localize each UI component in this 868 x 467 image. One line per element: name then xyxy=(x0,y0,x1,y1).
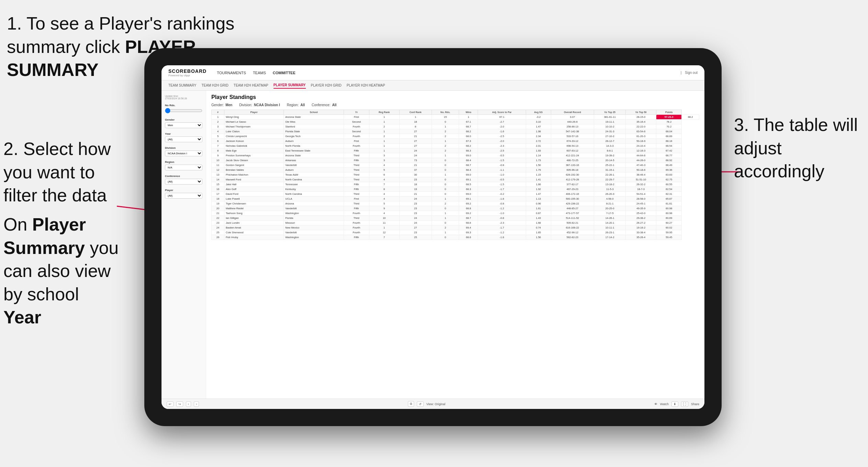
table-row: 23Jack LundinMissouriFourth1124068.6-2.3… xyxy=(212,221,699,225)
table-cell: 68.49 xyxy=(656,163,682,168)
sub-nav-team-summary[interactable]: TEAM SUMMARY xyxy=(168,82,197,88)
table-cell: 448-85-27 xyxy=(551,206,594,211)
table-cell: Jackson Koivun xyxy=(224,139,284,144)
share-label[interactable]: Share xyxy=(691,402,699,406)
tablet-screen: SCOREBOARD Powered by clippi TOURNAMENTS… xyxy=(162,65,704,409)
table-cell: -1.2 xyxy=(478,230,526,235)
undo-button[interactable]: ↩ xyxy=(167,401,174,407)
table-cell: 674-33-12 xyxy=(551,139,594,144)
no-rds-slider[interactable] xyxy=(165,108,202,113)
table-cell: Arizona xyxy=(284,201,344,206)
nav-link-tournaments[interactable]: TOURNAMENTS xyxy=(217,69,246,76)
table-cell: David Ford xyxy=(224,192,284,197)
annotation-4: On Player Summary you can also view by s… xyxy=(3,213,120,329)
table-cell: Vanderbilt xyxy=(284,163,344,168)
table-cell: 35-16-4 xyxy=(626,120,656,124)
redo-button[interactable]: ↪ xyxy=(176,401,183,407)
nav-bar: SCOREBOARD Powered by clippi TOURNAMENTS… xyxy=(162,65,704,80)
table-cell: 5 xyxy=(369,168,399,173)
table-cell: 65.87 xyxy=(656,197,682,201)
table-cell: 22-29-7 xyxy=(594,177,626,182)
table-cell: Fourth xyxy=(344,230,369,235)
table-cell: 69.1 xyxy=(459,197,478,201)
toolbar-center: ⧉ ↺ View: Original xyxy=(408,401,445,407)
table-cell: 11 xyxy=(212,163,224,168)
table-cell: 1 xyxy=(432,216,459,221)
table-cell: 9 xyxy=(369,206,399,211)
back-button[interactable]: ‹ xyxy=(186,401,191,407)
forward-button[interactable]: › xyxy=(194,401,199,407)
col-player: Player xyxy=(224,110,284,115)
sub-nav-team-h2h-grid[interactable]: TEAM H2H GRID xyxy=(202,82,229,88)
gender-select[interactable]: Men xyxy=(165,122,202,128)
table-cell: 68.3 xyxy=(459,148,478,153)
table-cell: 25-22-1 xyxy=(594,163,626,168)
table-cell: 500-155-30 xyxy=(551,197,594,201)
table-cell: 607-63-12 xyxy=(551,148,594,153)
region-select[interactable]: N/A xyxy=(165,165,202,170)
table-cell: 13-18-2 xyxy=(594,182,626,187)
table-cell: 60.98 xyxy=(656,206,682,211)
table-cell: 67.42 xyxy=(656,148,682,153)
conference-select[interactable]: (All) xyxy=(165,179,202,185)
table-cell: 2 xyxy=(432,225,459,230)
sub-nav-player-summary[interactable]: PLAYER SUMMARY xyxy=(274,82,306,89)
table-cell: Missouri xyxy=(284,221,344,225)
sub-nav-player-h2h-grid[interactable]: PLAYER H2H GRID xyxy=(311,82,342,88)
table-cell: 68.2 xyxy=(459,144,478,148)
table-cell: -0.8 xyxy=(478,216,526,221)
copy-button[interactable]: ⧉ xyxy=(408,401,414,407)
table-cell: 24 xyxy=(399,153,432,158)
table-cell: 60.98 xyxy=(656,211,682,216)
player-select[interactable]: (All) xyxy=(165,193,202,199)
table-cell: 50-18-6 xyxy=(626,168,656,173)
table-cell: -3.2 xyxy=(526,115,551,120)
table-cell: Texas A&M xyxy=(284,173,344,177)
table-row: 17David FordNorth CarolinaThird421069.0-… xyxy=(212,192,699,197)
table-row: 6Jackson KoivunAuburnFirst127167.3-2.02.… xyxy=(212,139,699,144)
table-cell: 59.45 xyxy=(656,235,682,240)
table-cell: 25 xyxy=(399,235,432,240)
table-cell: 4-58-0 xyxy=(594,197,626,201)
col-overall: Overall Record xyxy=(551,110,594,115)
table-cell: 24 xyxy=(212,225,224,230)
table-cell: 73 xyxy=(399,158,432,163)
fullscreen-button[interactable]: ⛶ xyxy=(681,401,688,407)
table-cell: Third xyxy=(344,168,369,173)
table-cell: Tennessee xyxy=(284,182,344,187)
table-cell: Third xyxy=(344,177,369,182)
table-cell: 7 xyxy=(369,235,399,240)
nav-link-teams[interactable]: TEAMS xyxy=(253,69,266,76)
table-cell: Kentucky xyxy=(284,187,344,192)
table-cell: 69.0 xyxy=(459,173,478,177)
refresh-button[interactable]: ↺ xyxy=(417,401,424,407)
division-select[interactable]: NCAA Division I xyxy=(165,151,202,156)
sidebar-no-rds: No Rds. xyxy=(165,104,202,114)
year-select[interactable]: (All) xyxy=(165,136,202,142)
table-cell: 19 xyxy=(212,201,224,206)
table-cell: 22-22-0 xyxy=(626,124,656,129)
sign-out-link[interactable]: Sign out xyxy=(685,71,698,75)
table-cell: 4 xyxy=(212,129,224,134)
table-cell: 1 xyxy=(432,173,459,177)
sub-nav-player-h2h-heatmap[interactable]: PLAYER H2H HEATMAP xyxy=(347,82,385,88)
table-cell: 24 xyxy=(399,216,432,221)
table-row: 16Alex GoffKentuckyFifth819068.3-1.71.92… xyxy=(212,187,699,192)
table-cell: Fifth xyxy=(344,235,369,240)
col-points: Points xyxy=(656,110,682,115)
col-rank: # xyxy=(212,110,224,115)
sub-nav-team-h2h-heatmap[interactable]: TEAM H2H HEATMAP xyxy=(234,82,268,88)
table-cell: 514-111-52 xyxy=(551,216,594,221)
watch-label[interactable]: Watch xyxy=(660,402,669,406)
nav-links: TOURNAMENTS TEAMS COMMITTEE xyxy=(217,69,670,76)
table-cell: Ian Gilligan xyxy=(224,216,284,221)
table-cell: Cole Sherwood xyxy=(224,230,284,235)
player-standings-table: # Player School Yr Reg Rank Conf Rank No… xyxy=(211,110,699,240)
download-button[interactable]: ⬇ xyxy=(671,401,678,407)
table-cell: 3 xyxy=(369,158,399,163)
table-cell: 2 xyxy=(369,124,399,129)
table-cell: 2 xyxy=(212,120,224,124)
table-cell: Stanford xyxy=(284,124,344,129)
table-row: 12Brendan ValdesAuburnThird537068.4-1.11… xyxy=(212,168,699,173)
nav-link-committee[interactable]: COMMITTEE xyxy=(273,69,296,76)
